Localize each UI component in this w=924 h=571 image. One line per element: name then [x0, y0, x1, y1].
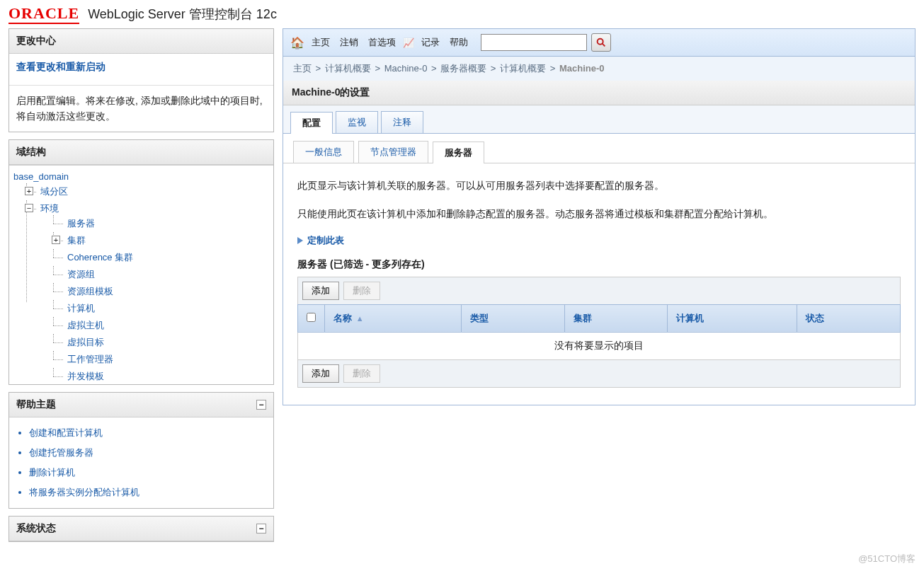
sub-tabs: 一般信息 节点管理器 服务器	[283, 134, 915, 163]
minus-icon[interactable]: −	[256, 400, 266, 410]
delete-button: 删除	[343, 364, 380, 383]
change-center-header: 更改中心	[9, 29, 273, 54]
nav-help[interactable]: 帮助	[447, 36, 471, 49]
tree-item-virtual-targets[interactable]: 虚拟目标	[67, 337, 104, 347]
breadcrumb-link[interactable]: 主页	[293, 63, 312, 74]
subtab-servers[interactable]: 服务器	[433, 142, 484, 163]
table-header-row: 名称 ▲ 类型 集群 计算机 状态	[298, 304, 901, 332]
minus-icon[interactable]: −	[256, 524, 266, 533]
sort-asc-icon: ▲	[356, 314, 364, 323]
add-button[interactable]: 添加	[302, 282, 339, 300]
help-topics-title: 帮助主题	[16, 398, 56, 411]
empty-message: 没有将要显示的项目	[298, 332, 901, 359]
table-title: 服务器 (已筛选 - 更多列存在)	[297, 258, 901, 271]
svg-line-1	[603, 44, 605, 47]
home-icon[interactable]: 🏠	[290, 36, 304, 50]
customize-table-label: 定制此表	[307, 234, 344, 247]
change-center-title: 更改中心	[16, 35, 56, 47]
change-center-panel: 更改中心 查看更改和重新启动 启用配置编辑。将来在修改, 添加或删除此域中的项目…	[8, 28, 274, 132]
col-name[interactable]: 名称 ▲	[325, 304, 462, 332]
page-title: Machine-0的设置	[283, 81, 915, 105]
description-para2: 只能使用此页在该计算机中添加和删除静态配置的服务器。动态服务器将通过模板和集群配…	[297, 206, 901, 223]
breadcrumb: 主页 > 计算机概要 > Machine-0 > 服务器概要 > 计算机概要 >…	[283, 57, 916, 81]
help-link[interactable]: 将服务器实例分配给计算机	[29, 487, 139, 497]
domain-structure-panel: 域结构 base_domain +域分区 −环境 服务器 +集群 Coheren…	[8, 139, 274, 385]
tree-item-concurrent-templates[interactable]: 并发模板	[67, 371, 104, 381]
domain-structure-header: 域结构	[9, 140, 273, 165]
system-status-panel: 系统状态 −	[8, 516, 274, 542]
nav-home[interactable]: 主页	[309, 36, 333, 49]
col-cluster[interactable]: 集群	[564, 304, 668, 332]
tree-item-partition[interactable]: 域分区	[40, 186, 68, 197]
help-link[interactable]: 创建和配置计算机	[29, 427, 103, 438]
change-center-description: 启用配置编辑。将来在修改, 添加或删除此域中的项目时, 将自动激活这些更改。	[16, 93, 266, 125]
tree-item-resource-groups[interactable]: 资源组	[67, 269, 95, 279]
expand-icon[interactable]: +	[52, 236, 60, 244]
svg-point-0	[598, 39, 603, 45]
tree-item-machines[interactable]: 计算机	[67, 303, 95, 313]
system-status-title: 系统状态	[16, 522, 56, 535]
col-state[interactable]: 状态	[797, 304, 901, 332]
customize-table-link[interactable]: 定制此表	[297, 234, 901, 247]
tree-item-work-managers[interactable]: 工作管理器	[67, 354, 113, 364]
breadcrumb-link[interactable]: 计算机概要	[500, 63, 546, 74]
tree-root-domain[interactable]: base_domain	[13, 170, 270, 183]
tree-item-clusters[interactable]: 集群	[67, 235, 86, 246]
content-box: Machine-0的设置 配置 监视 注释 一般信息 节点管理器 服务器 此页显…	[283, 81, 916, 405]
toolbar: 🏠 主页 注销 首选项 📈 记录 帮助	[283, 28, 916, 57]
oracle-logo: ORACLE	[8, 4, 79, 24]
expand-icon[interactable]: +	[25, 187, 33, 195]
domain-tree[interactable]: base_domain +域分区 −环境 服务器 +集群 Coherence 集…	[9, 165, 273, 384]
breadcrumb-link[interactable]: Machine-0	[384, 63, 428, 74]
top-header: ORACLE WebLogic Server 管理控制台 12c	[0, 0, 924, 28]
tree-item-servers[interactable]: 服务器	[67, 218, 95, 229]
search-input[interactable]	[481, 34, 587, 51]
col-type[interactable]: 类型	[461, 304, 564, 332]
tab-monitoring[interactable]: 监视	[336, 111, 378, 133]
search-button[interactable]	[591, 33, 611, 52]
tree-item-resource-group-templates[interactable]: 资源组模板	[67, 286, 113, 296]
servers-table: 名称 ▲ 类型 集群 计算机 状态 没有将要显示的项目	[297, 304, 901, 360]
breadcrumb-link[interactable]: 计算机概要	[325, 63, 371, 74]
search-icon	[595, 37, 607, 48]
breadcrumb-link[interactable]: 服务器概要	[440, 63, 486, 74]
main-tabs: 配置 监视 注释	[283, 105, 915, 134]
collapse-icon[interactable]: −	[25, 204, 33, 212]
tree-item-coherence[interactable]: Coherence 集群	[67, 252, 133, 263]
add-button[interactable]: 添加	[302, 364, 339, 383]
product-title: WebLogic Server 管理控制台 12c	[88, 6, 277, 23]
table-empty-row: 没有将要显示的项目	[298, 332, 901, 359]
description-para1: 此页显示与该计算机关联的服务器。可以从可用服务器列表中选择要配置的服务器。	[297, 178, 901, 195]
subtab-node-manager[interactable]: 节点管理器	[358, 141, 428, 163]
table-buttons-top: 添加 删除	[297, 277, 901, 304]
subtab-general[interactable]: 一般信息	[293, 141, 354, 163]
tree-item-environment[interactable]: 环境	[40, 203, 59, 214]
select-all-checkbox[interactable]	[307, 313, 316, 322]
domain-structure-title: 域结构	[16, 146, 46, 158]
tree-item-virtual-hosts[interactable]: 虚拟主机	[67, 320, 104, 330]
tab-configuration[interactable]: 配置	[290, 112, 333, 134]
nav-record[interactable]: 记录	[418, 36, 443, 49]
tab-notes[interactable]: 注释	[381, 111, 423, 133]
help-topics-panel: 帮助主题 − 创建和配置计算机 创建托管服务器 删除计算机 将服务器实例分配给计…	[8, 392, 274, 509]
record-icon[interactable]: 📈	[403, 38, 414, 48]
delete-button: 删除	[343, 282, 380, 300]
table-buttons-bottom: 添加 删除	[297, 360, 901, 388]
view-changes-link[interactable]: 查看更改和重新启动	[16, 61, 266, 74]
help-link[interactable]: 创建托管服务器	[29, 447, 93, 458]
nav-logout[interactable]: 注销	[337, 36, 361, 49]
triangle-right-icon	[297, 237, 303, 244]
nav-preferences[interactable]: 首选项	[365, 36, 399, 49]
col-machine[interactable]: 计算机	[668, 304, 797, 332]
breadcrumb-current: Machine-0	[559, 63, 605, 74]
help-link[interactable]: 删除计算机	[29, 467, 75, 478]
